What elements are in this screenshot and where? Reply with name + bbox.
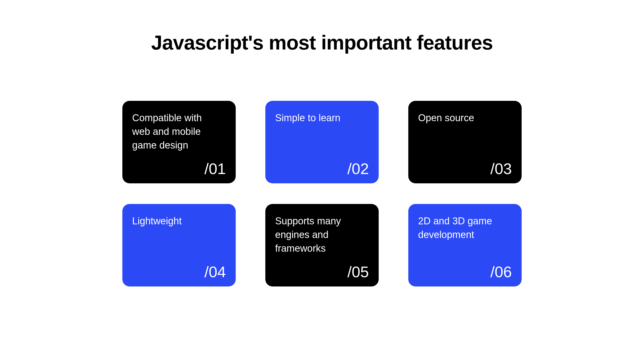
feature-text: Open source (418, 111, 495, 125)
feature-number: /01 (205, 160, 226, 178)
feature-card-03: Open source /03 (408, 101, 522, 183)
feature-number: /03 (490, 160, 512, 178)
feature-card-02: Simple to learn /02 (265, 101, 379, 183)
feature-text: Lightweight (132, 214, 209, 228)
feature-text: Compatible with web and mobile game desi… (132, 111, 209, 152)
feature-card-06: 2D and 3D game development /06 (408, 204, 522, 286)
features-container: Javascript's most important features Com… (0, 31, 644, 286)
feature-number: /06 (490, 263, 512, 281)
feature-number: /04 (205, 263, 226, 281)
features-grid: Compatible with web and mobile game desi… (122, 101, 522, 286)
feature-card-04: Lightweight /04 (122, 204, 236, 286)
feature-text: Simple to learn (275, 111, 352, 125)
feature-text: Supports many engines and frameworks (275, 214, 352, 256)
feature-text: 2D and 3D game development (418, 214, 495, 242)
feature-number: /05 (348, 263, 369, 281)
feature-card-01: Compatible with web and mobile game desi… (122, 101, 236, 183)
page-title: Javascript's most important features (151, 31, 493, 54)
feature-card-05: Supports many engines and frameworks /05 (265, 204, 379, 286)
feature-number: /02 (348, 160, 369, 178)
